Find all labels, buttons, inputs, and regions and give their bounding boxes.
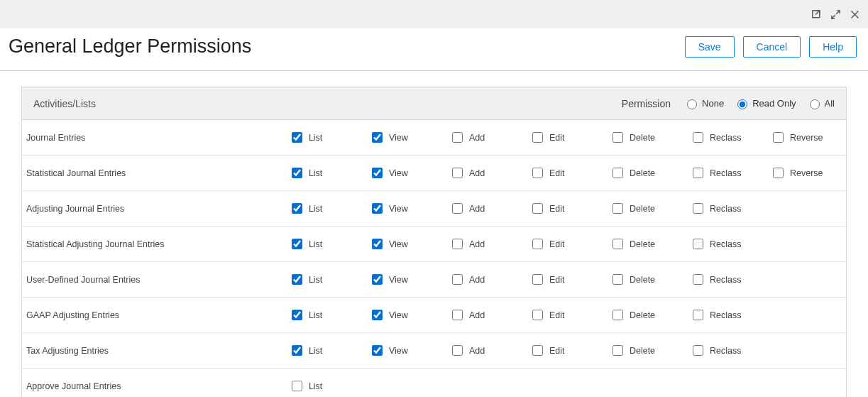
radio-read-only-input[interactable] xyxy=(737,99,747,109)
expand-icon[interactable] xyxy=(830,9,842,21)
radio-all[interactable]: All xyxy=(806,97,835,109)
save-button[interactable]: Save xyxy=(685,36,735,58)
table-row: Tax Adjusting EntriesListViewAddEditDele… xyxy=(22,333,846,369)
checkbox-view[interactable] xyxy=(372,239,383,249)
checkbox-label: Delete xyxy=(630,346,655,356)
radio-none[interactable]: None xyxy=(683,97,724,109)
checkbox-edit[interactable] xyxy=(532,168,543,178)
perm-edit: Edit xyxy=(529,165,601,180)
checkbox-label: Delete xyxy=(630,275,655,285)
checkbox-label: View xyxy=(389,204,408,214)
checkbox-delete[interactable] xyxy=(612,168,623,178)
checkbox-delete[interactable] xyxy=(612,310,623,320)
panel-body: Journal EntriesListViewAddEditDeleteRecl… xyxy=(22,120,846,397)
perm-list: List xyxy=(289,308,361,322)
checkbox-delete[interactable] xyxy=(612,239,623,249)
perm-delete: Delete xyxy=(610,272,681,287)
page-header: General Ledger Permissions Save Cancel H… xyxy=(0,28,868,71)
checkbox-label: Reclass xyxy=(710,346,741,356)
perm-reclass: Reclass xyxy=(690,236,762,251)
checkbox-list[interactable] xyxy=(292,345,302,356)
checkbox-label: Reclass xyxy=(710,168,741,178)
perm-edit: Edit xyxy=(529,201,601,216)
radio-all-input[interactable] xyxy=(810,99,820,109)
checkbox-delete[interactable] xyxy=(612,274,623,285)
checkbox-view[interactable] xyxy=(372,345,383,356)
radio-read-only[interactable]: Read Only xyxy=(734,97,796,109)
checkbox-list[interactable] xyxy=(292,203,302,214)
checkbox-reclass[interactable] xyxy=(693,203,703,214)
page-title: General Ledger Permissions xyxy=(9,36,251,58)
checkbox-list[interactable] xyxy=(292,274,302,285)
checkbox-add[interactable] xyxy=(452,345,463,356)
checkbox-label: List xyxy=(309,239,322,249)
perm-list: List xyxy=(289,130,361,145)
checkbox-edit[interactable] xyxy=(532,274,543,285)
checkbox-reclass[interactable] xyxy=(693,310,703,320)
perm-delete: Delete xyxy=(610,236,681,251)
checkbox-delete[interactable] xyxy=(612,203,623,214)
cancel-button[interactable]: Cancel xyxy=(743,36,801,58)
checkbox-edit[interactable] xyxy=(532,239,543,249)
checkbox-edit[interactable] xyxy=(532,310,543,320)
checkbox-reverse[interactable] xyxy=(773,168,784,178)
perm-delete: Delete xyxy=(610,343,681,358)
checkbox-add[interactable] xyxy=(452,310,463,320)
checkbox-label: Reclass xyxy=(710,239,741,249)
perm-delete: Delete xyxy=(610,308,681,322)
open-new-window-icon[interactable] xyxy=(811,9,823,21)
perm-view: View xyxy=(369,272,441,287)
checkbox-add[interactable] xyxy=(452,132,463,143)
checkbox-label: List xyxy=(309,381,322,391)
permission-radio-group: Permission None Read Only All xyxy=(622,97,835,109)
checkbox-list[interactable] xyxy=(292,381,302,391)
activity-name: User-Defined Journal Entries xyxy=(22,262,285,298)
permissions-panel: Activities/Lists Permission None Read On… xyxy=(21,87,847,397)
checkbox-reverse[interactable] xyxy=(773,132,784,143)
checkbox-reclass[interactable] xyxy=(693,345,703,356)
perm-delete: Delete xyxy=(610,165,681,180)
checkbox-label: View xyxy=(389,310,408,320)
checkbox-list[interactable] xyxy=(292,168,302,178)
checkbox-reclass[interactable] xyxy=(693,274,703,285)
checkbox-label: Edit xyxy=(549,204,565,214)
checkbox-view[interactable] xyxy=(372,132,383,143)
perm-add: Add xyxy=(449,201,521,216)
checkbox-view[interactable] xyxy=(372,203,383,214)
help-button[interactable]: Help xyxy=(809,36,857,58)
checkbox-list[interactable] xyxy=(292,310,302,320)
perm-add: Add xyxy=(449,272,521,287)
checkbox-add[interactable] xyxy=(452,203,463,214)
close-icon[interactable] xyxy=(849,9,861,21)
checkbox-label: Add xyxy=(469,133,485,143)
checkbox-reclass[interactable] xyxy=(693,132,703,143)
checkbox-edit[interactable] xyxy=(532,203,543,214)
checkbox-view[interactable] xyxy=(372,168,383,178)
checkbox-view[interactable] xyxy=(372,310,383,320)
checkbox-delete[interactable] xyxy=(612,345,623,356)
checkbox-add[interactable] xyxy=(452,239,463,249)
perm-list: List xyxy=(289,236,361,251)
checkbox-edit[interactable] xyxy=(532,132,543,143)
checkbox-view[interactable] xyxy=(372,274,383,285)
checkbox-list[interactable] xyxy=(292,239,302,249)
radio-none-input[interactable] xyxy=(687,99,697,109)
perm-add: Add xyxy=(449,236,521,251)
checkbox-add[interactable] xyxy=(452,168,463,178)
perm-view: View xyxy=(369,236,441,251)
checkbox-add[interactable] xyxy=(452,274,463,285)
table-row: Statistical Journal EntriesListViewAddEd… xyxy=(22,156,846,191)
checkbox-label: Add xyxy=(469,310,485,320)
checkbox-delete[interactable] xyxy=(612,132,623,143)
checkbox-reclass[interactable] xyxy=(693,168,703,178)
checkbox-label: Reclass xyxy=(710,275,741,285)
checkbox-label: Edit xyxy=(549,346,565,356)
checkbox-edit[interactable] xyxy=(532,345,543,356)
checkbox-reclass[interactable] xyxy=(693,239,703,249)
checkbox-list[interactable] xyxy=(292,132,302,143)
checkbox-label: Reclass xyxy=(710,204,741,214)
checkbox-label: Reclass xyxy=(710,310,741,320)
checkbox-label: Delete xyxy=(630,204,655,214)
checkbox-label: Edit xyxy=(549,275,565,285)
checkbox-label: Edit xyxy=(549,310,565,320)
